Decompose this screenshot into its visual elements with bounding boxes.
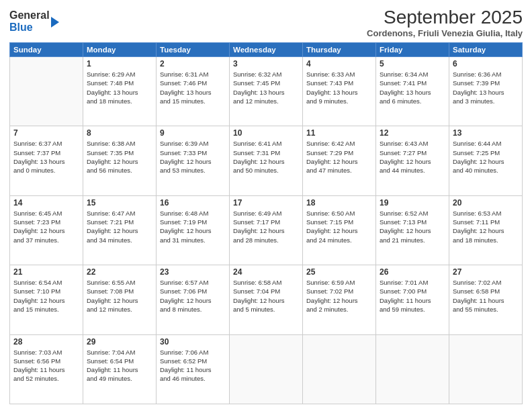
logo-general: General — [9, 9, 50, 21]
day-info: Sunrise: 6:54 AM Sunset: 7:10 PM Dayligh… — [13, 278, 79, 314]
day-info: Sunrise: 7:01 AM Sunset: 7:00 PM Dayligh… — [380, 278, 445, 314]
day-info: Sunrise: 6:31 AM Sunset: 7:46 PM Dayligh… — [160, 70, 226, 105]
day-number: 10 — [233, 128, 299, 138]
day-info: Sunrise: 6:41 AM Sunset: 7:31 PM Dayligh… — [233, 139, 299, 175]
table-row: 12Sunrise: 6:43 AM Sunset: 7:27 PM Dayli… — [376, 126, 449, 195]
day-number: 8 — [87, 128, 152, 138]
day-number: 7 — [13, 128, 79, 138]
table-row: 2Sunrise: 6:31 AM Sunset: 7:46 PM Daylig… — [157, 57, 230, 126]
day-number: 19 — [380, 198, 445, 208]
day-number: 1 — [87, 59, 152, 68]
day-info: Sunrise: 6:42 AM Sunset: 7:29 PM Dayligh… — [306, 139, 372, 175]
table-row — [230, 334, 303, 404]
day-info: Sunrise: 6:59 AM Sunset: 7:02 PM Dayligh… — [306, 278, 372, 314]
table-row: 26Sunrise: 7:01 AM Sunset: 7:00 PM Dayli… — [376, 265, 449, 334]
header-friday: Friday — [376, 43, 449, 57]
day-info: Sunrise: 6:36 AM Sunset: 7:39 PM Dayligh… — [453, 70, 519, 105]
day-number: 22 — [87, 267, 152, 277]
table-row: 18Sunrise: 6:50 AM Sunset: 7:15 PM Dayli… — [303, 195, 376, 265]
day-info: Sunrise: 6:57 AM Sunset: 7:06 PM Dayligh… — [160, 278, 226, 314]
table-row: 29Sunrise: 7:04 AM Sunset: 6:54 PM Dayli… — [83, 334, 157, 404]
table-row: 16Sunrise: 6:48 AM Sunset: 7:19 PM Dayli… — [157, 195, 230, 265]
day-number: 30 — [160, 337, 226, 347]
table-row: 5Sunrise: 6:34 AM Sunset: 7:41 PM Daylig… — [376, 57, 449, 126]
table-row: 21Sunrise: 6:54 AM Sunset: 7:10 PM Dayli… — [10, 265, 83, 334]
day-number: 24 — [233, 267, 299, 277]
calendar-week-row: 1Sunrise: 6:29 AM Sunset: 7:48 PM Daylig… — [10, 57, 523, 126]
table-row: 3Sunrise: 6:32 AM Sunset: 7:45 PM Daylig… — [230, 57, 303, 126]
day-info: Sunrise: 6:48 AM Sunset: 7:19 PM Dayligh… — [160, 209, 226, 244]
day-info: Sunrise: 6:32 AM Sunset: 7:45 PM Dayligh… — [233, 70, 299, 105]
page: General Blue September 2025 Cordenons, F… — [0, 0, 532, 411]
day-info: Sunrise: 7:06 AM Sunset: 6:52 PM Dayligh… — [160, 348, 226, 383]
header-thursday: Thursday — [303, 43, 376, 57]
table-row: 30Sunrise: 7:06 AM Sunset: 6:52 PM Dayli… — [157, 334, 230, 404]
day-info: Sunrise: 6:55 AM Sunset: 7:08 PM Dayligh… — [87, 278, 152, 314]
day-number: 6 — [453, 59, 519, 68]
month-title: September 2025 — [367, 7, 523, 28]
table-row: 19Sunrise: 6:52 AM Sunset: 7:13 PM Dayli… — [376, 195, 449, 265]
header-tuesday: Tuesday — [157, 43, 230, 57]
day-number: 4 — [306, 59, 372, 68]
table-row: 15Sunrise: 6:47 AM Sunset: 7:21 PM Dayli… — [83, 195, 157, 265]
table-row: 22Sunrise: 6:55 AM Sunset: 7:08 PM Dayli… — [83, 265, 157, 334]
calendar-week-row: 14Sunrise: 6:45 AM Sunset: 7:23 PM Dayli… — [10, 195, 523, 265]
table-row: 25Sunrise: 6:59 AM Sunset: 7:02 PM Dayli… — [303, 265, 376, 334]
day-number: 29 — [87, 337, 152, 347]
day-info: Sunrise: 7:04 AM Sunset: 6:54 PM Dayligh… — [87, 348, 152, 383]
logo-arrow-icon — [51, 17, 59, 28]
day-number: 17 — [233, 198, 299, 208]
day-number: 16 — [160, 198, 226, 208]
header: General Blue September 2025 Cordenons, F… — [9, 7, 523, 38]
day-number: 25 — [306, 267, 372, 277]
day-info: Sunrise: 6:33 AM Sunset: 7:43 PM Dayligh… — [306, 70, 372, 105]
day-number: 18 — [306, 198, 372, 208]
day-number: 14 — [13, 198, 79, 208]
table-row: 8Sunrise: 6:38 AM Sunset: 7:35 PM Daylig… — [83, 126, 157, 195]
day-info: Sunrise: 6:58 AM Sunset: 7:04 PM Dayligh… — [233, 278, 299, 314]
day-number: 21 — [13, 267, 79, 277]
table-row: 27Sunrise: 7:02 AM Sunset: 6:58 PM Dayli… — [449, 265, 523, 334]
header-wednesday: Wednesday — [230, 43, 303, 57]
table-row: 1Sunrise: 6:29 AM Sunset: 7:48 PM Daylig… — [83, 57, 157, 126]
table-row: 9Sunrise: 6:39 AM Sunset: 7:33 PM Daylig… — [157, 126, 230, 195]
day-number: 23 — [160, 267, 226, 277]
table-row: 10Sunrise: 6:41 AM Sunset: 7:31 PM Dayli… — [230, 126, 303, 195]
title-section: September 2025 Cordenons, Friuli Venezia… — [367, 7, 523, 38]
day-info: Sunrise: 6:49 AM Sunset: 7:17 PM Dayligh… — [233, 209, 299, 244]
header-sunday: Sunday — [10, 43, 83, 57]
day-info: Sunrise: 6:52 AM Sunset: 7:13 PM Dayligh… — [380, 209, 445, 244]
logo-blue: Blue — [9, 21, 50, 34]
calendar: Sunday Monday Tuesday Wednesday Thursday… — [9, 42, 523, 404]
table-row: 23Sunrise: 6:57 AM Sunset: 7:06 PM Dayli… — [157, 265, 230, 334]
logo: General Blue — [9, 9, 59, 33]
day-number: 5 — [380, 59, 445, 68]
day-info: Sunrise: 6:29 AM Sunset: 7:48 PM Dayligh… — [87, 70, 152, 105]
table-row: 24Sunrise: 6:58 AM Sunset: 7:04 PM Dayli… — [230, 265, 303, 334]
logo-text: General Blue — [9, 9, 50, 33]
day-info: Sunrise: 7:03 AM Sunset: 6:56 PM Dayligh… — [13, 348, 79, 383]
day-number: 3 — [233, 59, 299, 68]
day-number: 28 — [13, 337, 79, 347]
day-number: 15 — [87, 198, 152, 208]
table-row — [376, 334, 449, 404]
table-row — [303, 334, 376, 404]
day-number: 11 — [306, 128, 372, 138]
table-row — [10, 57, 83, 126]
day-info: Sunrise: 6:38 AM Sunset: 7:35 PM Dayligh… — [87, 139, 152, 175]
header-monday: Monday — [83, 43, 157, 57]
table-row: 28Sunrise: 7:03 AM Sunset: 6:56 PM Dayli… — [10, 334, 83, 404]
day-number: 27 — [453, 267, 519, 277]
day-number: 9 — [160, 128, 226, 138]
header-saturday: Saturday — [449, 43, 523, 57]
day-info: Sunrise: 7:02 AM Sunset: 6:58 PM Dayligh… — [453, 278, 519, 314]
day-number: 26 — [380, 267, 445, 277]
day-info: Sunrise: 6:50 AM Sunset: 7:15 PM Dayligh… — [306, 209, 372, 244]
day-number: 13 — [453, 128, 519, 138]
day-number: 2 — [160, 59, 226, 68]
day-info: Sunrise: 6:47 AM Sunset: 7:21 PM Dayligh… — [87, 209, 152, 244]
table-row: 11Sunrise: 6:42 AM Sunset: 7:29 PM Dayli… — [303, 126, 376, 195]
location: Cordenons, Friuli Venezia Giulia, Italy — [367, 28, 523, 38]
day-info: Sunrise: 6:37 AM Sunset: 7:37 PM Dayligh… — [13, 139, 79, 175]
day-info: Sunrise: 6:53 AM Sunset: 7:11 PM Dayligh… — [453, 209, 519, 244]
